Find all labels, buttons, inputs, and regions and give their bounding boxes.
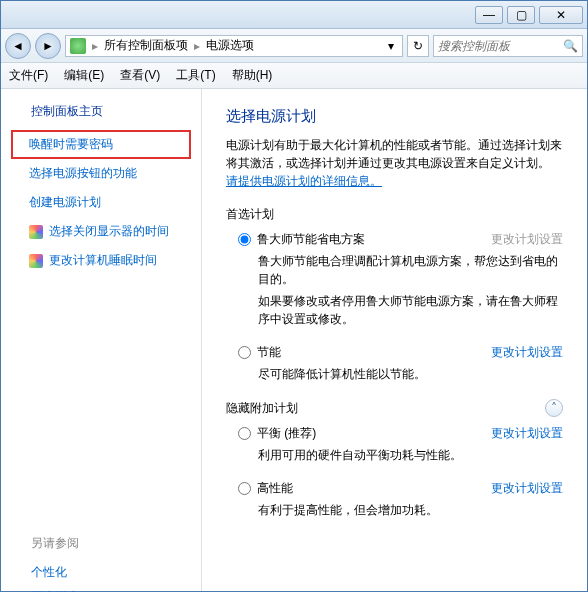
menu-file[interactable]: 文件(F) — [9, 67, 48, 84]
chevron-right-icon: ▸ — [194, 39, 200, 53]
plan-desc: 利用可用的硬件自动平衡功耗与性能。 — [258, 446, 563, 464]
menu-tools[interactable]: 工具(T) — [176, 67, 215, 84]
sidebar-link-label: 创建电源计划 — [29, 194, 101, 211]
refresh-button[interactable]: ↻ — [407, 35, 429, 57]
plan-balanced: 平衡 (推荐) 更改计划设置 利用可用的硬件自动平衡功耗与性能。 — [226, 425, 563, 464]
plan-radio-ludashi[interactable]: 鲁大师节能省电方案 — [238, 231, 365, 248]
info-link[interactable]: 请提供电源计划的详细信息。 — [226, 174, 382, 188]
plan-desc: 鲁大师节能电合理调配计算机电源方案，帮您达到省电的目的。 — [258, 252, 563, 288]
see-also-head: 另请参阅 — [31, 535, 191, 552]
plan-desc2: 如果要修改或者停用鲁大师节能电源方案，请在鲁大师程序中设置或修改。 — [258, 292, 563, 328]
menu-view[interactable]: 查看(V) — [120, 67, 160, 84]
sidebar-link-label: 选择关闭显示器的时间 — [49, 223, 169, 240]
change-plan-link[interactable]: 更改计划设置 — [491, 480, 563, 497]
chevron-right-icon: ▸ — [92, 39, 98, 53]
close-icon: ✕ — [556, 8, 566, 22]
sidebar-head[interactable]: 控制面板主页 — [11, 103, 191, 120]
plan-desc: 有利于提高性能，但会增加功耗。 — [258, 501, 563, 519]
plan-radio-high[interactable]: 高性能 — [238, 480, 293, 497]
minimize-button[interactable]: — — [475, 6, 503, 24]
search-input[interactable] — [438, 39, 563, 53]
plan-radio-balanced[interactable]: 平衡 (推荐) — [238, 425, 316, 442]
shield-icon — [29, 254, 43, 268]
chevron-up-icon: ˄ — [551, 401, 557, 415]
crumb-all-items[interactable]: 所有控制面板项 — [104, 37, 188, 54]
plan-saver: 节能 更改计划设置 尽可能降低计算机性能以节能。 — [226, 344, 563, 383]
plan-ludashi: 鲁大师节能省电方案 更改计划设置 鲁大师节能电合理调配计算机电源方案，帮您达到省… — [226, 231, 563, 328]
see-also-user-accounts[interactable]: 用户帐户 — [31, 585, 191, 592]
sidebar-link-label: 更改计算机睡眠时间 — [49, 252, 157, 269]
shield-icon — [29, 225, 43, 239]
change-plan-link[interactable]: 更改计划设置 — [491, 425, 563, 442]
change-plan-link: 更改计划设置 — [491, 231, 563, 248]
maximize-button[interactable]: ▢ — [507, 6, 535, 24]
sidebar: 控制面板主页 唤醒时需要密码 选择电源按钮的功能 创建电源计划 选择关闭显示器的… — [1, 89, 201, 591]
arrow-left-icon: ◄ — [12, 39, 24, 53]
plan-radio-saver[interactable]: 节能 — [238, 344, 281, 361]
navbar: ◄ ► ▸ 所有控制面板项 ▸ 电源选项 ▾ ↻ 🔍 — [1, 29, 587, 63]
crumb-power-options[interactable]: 电源选项 — [206, 37, 254, 54]
plan-desc: 尽可能降低计算机性能以节能。 — [258, 365, 563, 383]
see-also-personalization[interactable]: 个性化 — [31, 560, 191, 585]
section-label: 隐藏附加计划 — [226, 400, 298, 417]
collapse-button[interactable]: ˄ — [545, 399, 563, 417]
page-description: 电源计划有助于最大化计算机的性能或者节能。通过选择计划来将其激活，或选择计划并通… — [226, 136, 563, 190]
breadcrumb-dropdown[interactable]: ▾ — [384, 39, 398, 53]
menu-help[interactable]: 帮助(H) — [232, 67, 273, 84]
sidebar-link-label: 选择电源按钮的功能 — [29, 165, 137, 182]
see-also: 另请参阅 个性化 用户帐户 — [11, 535, 191, 592]
section-label: 首选计划 — [226, 206, 274, 223]
content: 选择电源计划 电源计划有助于最大化计算机的性能或者节能。通过选择计划来将其激活，… — [201, 89, 587, 591]
forward-button[interactable]: ► — [35, 33, 61, 59]
page-title: 选择电源计划 — [226, 107, 563, 126]
maximize-icon: ▢ — [516, 8, 527, 22]
arrow-right-icon: ► — [42, 39, 54, 53]
sidebar-link-sleep-time[interactable]: 更改计算机睡眠时间 — [11, 246, 191, 275]
breadcrumb[interactable]: ▸ 所有控制面板项 ▸ 电源选项 ▾ — [65, 35, 403, 57]
sidebar-link-wake-password[interactable]: 唤醒时需要密码 — [11, 130, 191, 159]
plan-high: 高性能 更改计划设置 有利于提高性能，但会增加功耗。 — [226, 480, 563, 519]
close-button[interactable]: ✕ — [539, 6, 583, 24]
minimize-icon: — — [483, 8, 495, 22]
section-preferred: 首选计划 — [226, 206, 563, 223]
change-plan-link[interactable]: 更改计划设置 — [491, 344, 563, 361]
menu-edit[interactable]: 编辑(E) — [64, 67, 104, 84]
cp-icon — [70, 38, 86, 54]
titlebar: — ▢ ✕ — [1, 1, 587, 29]
menubar: 文件(F) 编辑(E) 查看(V) 工具(T) 帮助(H) — [1, 63, 587, 89]
sidebar-link-display-off[interactable]: 选择关闭显示器的时间 — [11, 217, 191, 246]
sidebar-link-create-plan[interactable]: 创建电源计划 — [11, 188, 191, 217]
search-icon: 🔍 — [563, 39, 578, 53]
section-additional: 隐藏附加计划 ˄ — [226, 399, 563, 417]
back-button[interactable]: ◄ — [5, 33, 31, 59]
refresh-icon: ↻ — [413, 39, 423, 53]
sidebar-link-power-button[interactable]: 选择电源按钮的功能 — [11, 159, 191, 188]
sidebar-link-label: 唤醒时需要密码 — [29, 136, 113, 153]
search-box[interactable]: 🔍 — [433, 35, 583, 57]
